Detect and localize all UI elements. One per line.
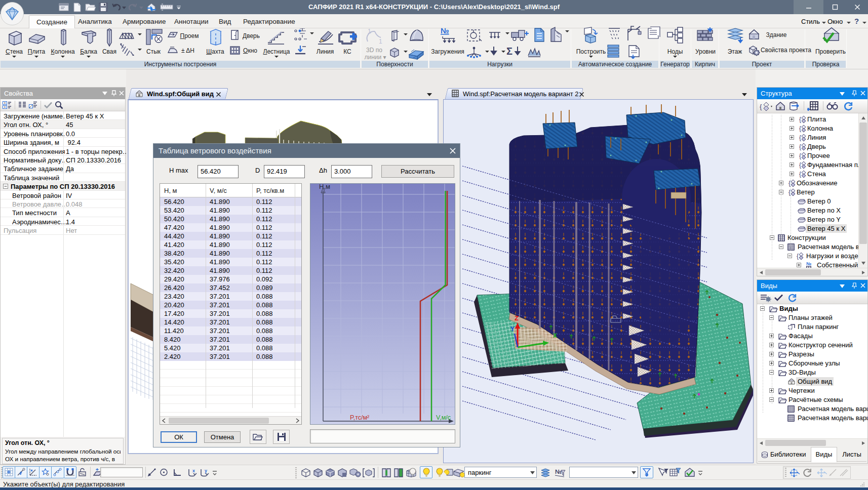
svg-text:1: 1 xyxy=(379,38,382,45)
svg-text:Σ: Σ xyxy=(506,46,512,57)
svg-text:{: { xyxy=(799,143,801,150)
svg-text:№: № xyxy=(555,468,562,475)
svg-text:Z: Z xyxy=(515,314,519,322)
svg-text:{: { xyxy=(799,171,801,178)
svg-text:1: 1 xyxy=(368,28,371,35)
svg-text:x: x xyxy=(192,468,195,473)
svg-text:X: X xyxy=(553,332,557,339)
svg-text:H,м: H,м xyxy=(319,184,330,190)
svg-text:№: № xyxy=(441,26,449,35)
svg-text:{: { xyxy=(760,103,762,110)
svg-text:{: { xyxy=(799,125,801,132)
svg-text:№: № xyxy=(806,261,811,266)
svg-text:P,тс/м²: P,тс/м² xyxy=(350,414,369,421)
svg-text:y: y xyxy=(205,468,207,473)
svg-text:{: { xyxy=(799,152,801,159)
svg-text:+: + xyxy=(4,105,6,109)
svg-text:{: { xyxy=(799,116,801,123)
svg-text:Y: Y xyxy=(510,325,515,333)
svg-text:{: { xyxy=(799,161,801,169)
svg-text:{: { xyxy=(797,253,799,260)
svg-text:{: { xyxy=(799,134,801,141)
svg-text:V,м/с: V,м/с xyxy=(436,414,451,421)
